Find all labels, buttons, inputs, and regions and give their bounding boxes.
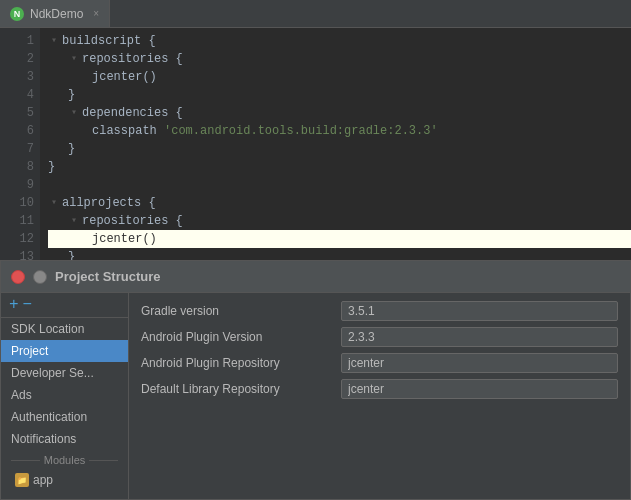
tab-label: NdkDemo: [30, 7, 83, 21]
code-line-1: ▾buildscript {: [48, 32, 631, 50]
fold-5[interactable]: ▾: [68, 107, 80, 119]
code-line-10: ▾allprojects {: [48, 194, 631, 212]
code-line-4: }: [48, 86, 631, 104]
code-line-13: }: [48, 248, 631, 260]
plugin-version-label: Android Plugin Version: [141, 330, 341, 344]
code-line-6: classpath 'com.android.tools.build:gradl…: [48, 122, 631, 140]
remove-module-button[interactable]: −: [23, 297, 33, 313]
gradle-version-input[interactable]: [341, 301, 618, 321]
settings-row-default-library-repo: Default Library Repository: [141, 379, 618, 399]
dialog-body: + − SDK Location Project Developer Se...…: [1, 293, 630, 499]
sidebar-item-sdk-location[interactable]: SDK Location: [1, 318, 128, 340]
settings-row-plugin-version: Android Plugin Version: [141, 327, 618, 347]
code-line-7: }: [48, 140, 631, 158]
sidebar-item-notifications[interactable]: Notifications: [1, 428, 128, 450]
editor-area: N NdkDemo × 1 2 3 4 5 6 7 8 9 10 11 12 1…: [0, 0, 631, 260]
sidebar-item-developer-se[interactable]: Developer Se...: [1, 362, 128, 384]
plugin-repo-label: Android Plugin Repository: [141, 356, 341, 370]
code-line-5: ▾dependencies {: [48, 104, 631, 122]
plugin-repo-input[interactable]: [341, 353, 618, 373]
tab-close-button[interactable]: ×: [93, 8, 99, 19]
fold-10[interactable]: ▾: [48, 197, 60, 209]
sidebar-item-authentication[interactable]: Authentication: [1, 406, 128, 428]
plugin-version-input[interactable]: [341, 327, 618, 347]
default-library-repo-label: Default Library Repository: [141, 382, 341, 396]
sidebar-item-ads[interactable]: Ads: [1, 384, 128, 406]
modules-section-label: Modules: [1, 450, 128, 470]
default-library-repo-input[interactable]: [341, 379, 618, 399]
fold-11[interactable]: ▾: [68, 215, 80, 227]
dialog-sidebar: + − SDK Location Project Developer Se...…: [1, 293, 129, 499]
fold-1[interactable]: ▾: [48, 35, 60, 47]
module-label-app: app: [33, 473, 53, 487]
settings-row-gradle-version: Gradle version: [141, 301, 618, 321]
line-numbers: 1 2 3 4 5 6 7 8 9 10 11 12 13 14 15: [0, 28, 40, 260]
dialog-minimize-button[interactable]: [33, 270, 47, 284]
sidebar-toolbar: + −: [1, 293, 128, 318]
project-structure-dialog: Project Structure + − SDK Location Proje…: [0, 260, 631, 500]
tab-bar: N NdkDemo ×: [0, 0, 631, 28]
tab-file-icon: N: [10, 7, 24, 21]
sidebar-item-project[interactable]: Project: [1, 340, 128, 362]
dialog-close-button[interactable]: [11, 270, 25, 284]
dialog-settings-panel: Gradle version Android Plugin Version An…: [129, 293, 630, 499]
code-line-3: jcenter(): [48, 68, 631, 86]
code-text: ▾buildscript { ▾repositories { jcenter()…: [40, 28, 631, 260]
editor-tab[interactable]: N NdkDemo ×: [0, 0, 110, 27]
add-module-button[interactable]: +: [9, 297, 19, 313]
module-icon-app: 📁: [15, 473, 29, 487]
code-line-2: ▾repositories {: [48, 50, 631, 68]
settings-row-plugin-repo: Android Plugin Repository: [141, 353, 618, 373]
dialog-titlebar: Project Structure: [1, 261, 630, 293]
sidebar-items-list: SDK Location Project Developer Se... Ads…: [1, 318, 128, 499]
gradle-version-label: Gradle version: [141, 304, 341, 318]
sidebar-item-app[interactable]: 📁 app: [1, 470, 128, 490]
fold-2[interactable]: ▾: [68, 53, 80, 65]
dialog-title: Project Structure: [55, 269, 160, 284]
code-line-8: }: [48, 158, 631, 176]
code-line-12: jcenter(): [48, 230, 631, 248]
code-editor: 1 2 3 4 5 6 7 8 9 10 11 12 13 14 15 ▾bui…: [0, 28, 631, 260]
code-line-9: [48, 176, 631, 194]
code-line-11: ▾repositories {: [48, 212, 631, 230]
